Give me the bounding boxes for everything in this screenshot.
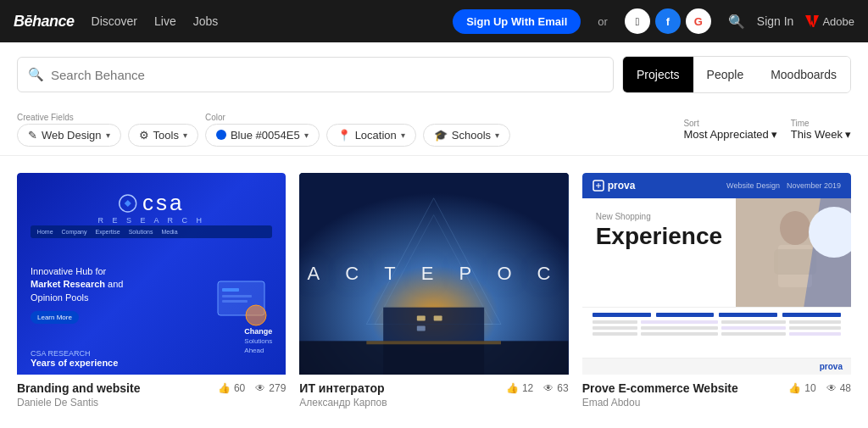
prova-nav: Website Design November 2019	[726, 181, 841, 190]
schools-icon: 🎓	[434, 129, 448, 142]
creative-fields-group: Creative Fields ✎ Web Design ▾	[17, 113, 121, 147]
project-info-3: Prove E-commerce Website 👍 10 👁 48 Emad …	[582, 375, 851, 412]
project-title-row-1: Branding and website 👍 60 👁 279	[17, 381, 286, 395]
svg-point-17	[780, 211, 810, 245]
color-filter[interactable]: Blue #0054E5 ▾	[205, 124, 320, 147]
project-author-3: Emad Abdou	[582, 397, 851, 409]
prova-hero-content: New Shopping Experience	[582, 198, 736, 307]
search-section: 🔍 Projects People Moodboards	[0, 42, 868, 103]
project-title-3: Prove E-commerce Website	[582, 381, 738, 395]
project-thumb-3: prova Website Design November 2019 New S…	[582, 173, 851, 375]
search-icon[interactable]: 🔍	[728, 14, 745, 30]
caret-down-icon: ▾	[304, 131, 309, 140]
sort-item: Sort Most Appreciated ▾	[683, 119, 776, 141]
project-stats-2: 👍 12 👁 63	[506, 382, 569, 394]
svg-rect-12	[417, 325, 426, 331]
creative-fields-value: Web Design	[42, 129, 102, 142]
views-stat-2: 👁 63	[543, 382, 568, 394]
prova-table-header	[593, 313, 841, 317]
likes-stat-3: 👍 10	[788, 382, 815, 394]
prova-bottom-logo: prova	[582, 358, 851, 375]
sign-in-link[interactable]: Sign In	[757, 14, 794, 28]
search-input-wrap: 🔍	[17, 57, 614, 92]
svg-rect-10	[417, 316, 426, 321]
svg-rect-11	[434, 316, 442, 321]
prova-logo-icon	[593, 180, 604, 192]
tab-moodboards[interactable]: Moodboards	[757, 57, 850, 92]
color-label: Color	[205, 113, 318, 122]
nav-discover[interactable]: Discover	[92, 14, 137, 28]
project-title-row-3: Prove E-commerce Website 👍 10 👁 48	[582, 381, 851, 395]
nav-live[interactable]: Live	[154, 14, 176, 28]
search-bar-row: 🔍 Projects People Moodboards	[17, 56, 851, 93]
filters-row: Creative Fields ✎ Web Design ▾ ⚙ Tools ▾…	[0, 103, 868, 156]
project-stats-3: 👍 10 👁 48	[788, 382, 851, 394]
search-inline-icon: 🔍	[28, 67, 44, 82]
prova-logo-group: prova	[593, 180, 636, 192]
projects-grid: csa R E S E A R C H Home Company Experti…	[0, 156, 868, 428]
likes-stat-1: 👍 60	[218, 382, 245, 394]
svg-rect-13	[299, 341, 568, 375]
tab-projects[interactable]: Projects	[623, 57, 693, 92]
caret-down-icon: ▾	[106, 131, 110, 140]
paintbrush-icon: ✎	[28, 129, 37, 142]
eye-icon: 👁	[255, 382, 265, 394]
caret-down-icon: ▾	[401, 131, 405, 140]
google-signin-button[interactable]: G	[686, 8, 711, 34]
project-stats-1: 👍 60 👁 279	[218, 382, 286, 394]
likes-stat-2: 👍 12	[506, 382, 533, 394]
project-thumb-2: А С Т Е Р О С	[299, 173, 568, 375]
navbar: Bēhance Discover Live Jobs Sign Up With …	[0, 0, 868, 42]
time-label: Time	[791, 119, 810, 128]
views-stat-1: 👁 279	[255, 382, 286, 394]
sort-group: Sort Most Appreciated ▾ Time This Week ▾	[683, 119, 851, 141]
creative-fields-label: Creative Fields	[17, 113, 120, 122]
asteroc-title-overlay: А С Т Е Р О С	[307, 263, 560, 285]
adobe-icon	[805, 14, 819, 28]
search-input[interactable]	[51, 68, 603, 82]
schools-filter[interactable]: 🎓 Schools ▾	[423, 124, 510, 147]
apple-signin-button[interactable]: 	[625, 8, 650, 34]
project-card-2[interactable]: А С Т Е Р О С ИТ интегратор 👍 12 👁 63 Ал…	[299, 173, 568, 412]
prova-table-row-1	[593, 320, 841, 324]
tools-filter[interactable]: ⚙ Tools ▾	[128, 124, 198, 147]
time-value-btn[interactable]: This Week ▾	[791, 128, 851, 141]
tools-icon: ⚙	[139, 129, 149, 142]
csa-right-labels: Change Solutions Ahead	[244, 327, 272, 354]
sort-value-btn[interactable]: Most Appreciated ▾	[683, 128, 776, 141]
sort-label: Sort	[683, 119, 698, 128]
signup-button[interactable]: Sign Up With Email	[453, 9, 581, 34]
color-value: Blue #0054E5	[231, 129, 300, 142]
thumb-up-icon: 👍	[218, 382, 231, 394]
svg-rect-4	[222, 300, 248, 303]
project-thumb-1: csa R E S E A R C H Home Company Experti…	[17, 173, 286, 375]
svg-rect-14	[367, 341, 502, 344]
csa-brand-icon	[119, 194, 137, 213]
prova-header-bar: prova Website Design November 2019	[582, 173, 851, 198]
tab-people[interactable]: People	[693, 57, 758, 92]
csa-nav-bar: Home Company Expertise Solutions Media	[31, 225, 273, 238]
project-info-1: Branding and website 👍 60 👁 279 Daniele …	[17, 375, 286, 412]
prova-table-row-3	[593, 332, 841, 336]
project-author-2: Александр Карпов	[299, 397, 568, 409]
project-title-2: ИТ интегратор	[299, 381, 384, 395]
creative-fields-filter[interactable]: ✎ Web Design ▾	[17, 124, 121, 147]
or-label: or	[598, 15, 608, 28]
prova-hero-section: New Shopping Experience	[582, 198, 851, 307]
location-filter[interactable]: 📍 Location ▾	[326, 124, 416, 147]
project-card-1[interactable]: csa R E S E A R C H Home Company Experti…	[17, 173, 286, 412]
project-title-row-2: ИТ интегратор 👍 12 👁 63	[299, 381, 568, 395]
project-card-3[interactable]: prova Website Design November 2019 New S…	[582, 173, 851, 412]
thumb-up-icon: 👍	[506, 382, 519, 394]
prova-table-row-2	[593, 326, 841, 330]
color-dot	[216, 130, 226, 140]
nav-jobs[interactable]: Jobs	[193, 14, 219, 28]
search-tabs: Projects People Moodboards	[622, 56, 851, 93]
caret-time-icon: ▾	[845, 128, 851, 141]
svg-point-5	[246, 305, 266, 325]
eye-icon: 👁	[826, 382, 837, 394]
facebook-signin-button[interactable]: f	[655, 8, 681, 34]
site-logo[interactable]: Bēhance	[14, 13, 75, 31]
adobe-logo[interactable]: Adobe	[805, 14, 854, 28]
csa-logo: csa R E S E A R C H	[97, 190, 205, 225]
